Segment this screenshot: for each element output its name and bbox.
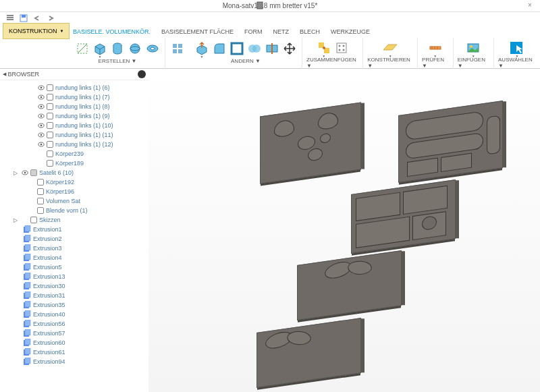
svg-rect-70 — [25, 301, 30, 307]
split-button[interactable] — [264, 39, 280, 58]
tab-basis-volumen[interactable]: BASISELE. VOLUMENKÖR. — [68, 27, 156, 36]
board-4[interactable] — [297, 250, 402, 320]
titlebar: Mona-satv1-18 mm bretter v15* × — [0, 0, 540, 12]
main-area: ◀ BROWSER rundung links (1) (6)rundung l… — [0, 69, 540, 392]
svg-point-40 — [40, 96, 43, 99]
torus-button[interactable] — [144, 39, 161, 58]
zusammen-label: ZUSAMMENFÜGEN ▼ — [306, 57, 358, 69]
grid-button[interactable] — [169, 39, 186, 58]
svg-rect-62 — [25, 263, 30, 269]
svg-point-50 — [40, 144, 43, 146]
joint-button[interactable] — [316, 38, 332, 57]
group-zusammenfügen: ZUSAMMENFÜGEN ▼ — [302, 38, 363, 69]
board-3[interactable] — [351, 179, 456, 254]
tree-item[interactable]: rundung links (1) (8) — [14, 102, 148, 111]
tree-item-extrusion[interactable]: Extrusion40 — [14, 310, 148, 319]
plane-button[interactable] — [380, 38, 400, 57]
sketch-button[interactable] — [74, 39, 90, 58]
viewport-canvas[interactable] — [148, 69, 540, 392]
svg-rect-2 — [7, 19, 14, 20]
tree-item-extrusion[interactable]: Extrusion5 — [14, 262, 148, 272]
tab-basis-fläche[interactable]: BASISELEMENT FLÄCHE — [156, 27, 239, 36]
svg-point-27 — [342, 45, 344, 47]
board-2[interactable] — [398, 101, 503, 183]
qat-undo[interactable] — [31, 13, 43, 24]
browser-toggle[interactable] — [138, 70, 146, 78]
tree-item-extrusion[interactable]: Extrusion4 — [14, 253, 148, 262]
insert-button[interactable] — [465, 38, 481, 57]
qat-redo[interactable] — [45, 13, 57, 24]
select-button[interactable] — [507, 38, 527, 57]
svg-rect-3 — [7, 15, 14, 16]
cylinder-button[interactable] — [109, 39, 126, 58]
board-5[interactable] — [256, 318, 361, 388]
einfügen-label: EINFÜGEN ▼ — [458, 57, 489, 69]
tree-item[interactable]: ▷Skizzen — [14, 215, 148, 225]
svg-rect-66 — [25, 282, 30, 288]
tree-item-extrusion[interactable]: Extrusion3 — [14, 244, 148, 253]
qat-save[interactable] — [18, 13, 30, 24]
tree-item-extrusion[interactable]: Extrusion35 — [14, 300, 148, 310]
svg-rect-0 — [257, 2, 263, 9]
tree-item[interactable]: Körper189 — [14, 159, 148, 168]
tree-item[interactable]: Blende vorn (1) — [14, 206, 148, 215]
combine-button[interactable] — [246, 39, 263, 58]
tree-item-extrusion[interactable]: Extrusion30 — [14, 281, 148, 291]
tree-item[interactable]: rundung links (1) (9) — [14, 111, 148, 121]
tree-item-extrusion[interactable]: Extrusion60 — [14, 338, 148, 347]
svg-rect-78 — [25, 339, 30, 345]
tree-item[interactable]: Volumen Sat — [14, 196, 148, 206]
sphere-button[interactable] — [127, 39, 143, 58]
tab-netz[interactable]: NETZ — [267, 27, 294, 36]
ändern-label: ÄNDERN ▼ — [231, 58, 261, 64]
tab-blech[interactable]: BLECH — [294, 27, 325, 36]
tree-item[interactable]: rundung links (1) (11) — [14, 130, 148, 140]
svg-rect-72 — [25, 310, 30, 316]
tree-item-extrusion[interactable]: Extrusion94 — [14, 357, 148, 366]
svg-line-7 — [78, 44, 87, 53]
tree-item[interactable]: Körper196 — [14, 187, 148, 196]
svg-point-52 — [24, 172, 26, 174]
tab-werkzeuge[interactable]: WERKZEUGE — [325, 27, 375, 36]
tree-item-extrusion[interactable]: Extrusion57 — [14, 329, 148, 338]
svg-rect-17 — [232, 43, 242, 54]
tree-item-extrusion[interactable]: Extrusion56 — [14, 319, 148, 329]
tree-item-extrusion[interactable]: Extrusion31 — [14, 291, 148, 300]
move-button[interactable] — [281, 39, 298, 58]
svg-rect-60 — [25, 254, 30, 260]
konstruktion-menu[interactable]: KONSTRUKTION — [3, 23, 70, 39]
press-pull-button[interactable] — [194, 39, 210, 58]
svg-point-19 — [252, 45, 261, 53]
tree-item-extrusion[interactable]: Extrusion2 — [14, 234, 148, 244]
svg-point-48 — [40, 134, 43, 136]
tree-item[interactable]: Körper239 — [14, 149, 148, 159]
rigid-group-button[interactable] — [333, 38, 350, 57]
tree-item-extrusion[interactable]: Extrusion13 — [14, 272, 148, 281]
svg-rect-80 — [25, 348, 30, 354]
tree-item-extrusion[interactable]: Extrusion1 — [14, 225, 148, 234]
board-1[interactable] — [260, 102, 361, 184]
tab-form[interactable]: FORM — [239, 27, 268, 36]
tree-item[interactable]: rundung links (1) (6) — [14, 83, 148, 92]
qat-file[interactable] — [4, 13, 16, 24]
ribbon-tabs: BASISELE. VOLUMENKÖR. BASISELEMENT FLÄCH… — [0, 24, 540, 36]
fillet-button[interactable] — [211, 39, 227, 58]
svg-point-42 — [40, 106, 43, 108]
tree-item[interactable]: ▷Satelit 6 (10) — [14, 168, 148, 177]
tree-item[interactable]: Körper192 — [14, 177, 148, 187]
close-button[interactable]: × — [525, 1, 535, 10]
group-erstellen: ERSTELLEN ▼ — [70, 38, 165, 69]
svg-rect-64 — [25, 273, 30, 279]
measure-button[interactable] — [427, 38, 443, 57]
tree-item-extrusion[interactable]: Extrusion61 — [14, 347, 148, 357]
tree-item[interactable]: rundung links (1) (12) — [14, 140, 148, 149]
svg-rect-13 — [173, 44, 177, 48]
box-button[interactable] — [92, 39, 108, 58]
browser-header: ◀ BROWSER — [0, 69, 148, 80]
tree-item[interactable]: rundung links (1) (10) — [14, 121, 148, 130]
document-title: Mona-satv1-18 mm bretter v15* — [223, 2, 318, 9]
shell-button[interactable] — [229, 39, 245, 58]
erstellen-label: ERSTELLEN ▼ — [99, 58, 137, 64]
svg-rect-5 — [22, 15, 26, 18]
tree-item[interactable]: rundung links (1) (7) — [14, 92, 148, 102]
